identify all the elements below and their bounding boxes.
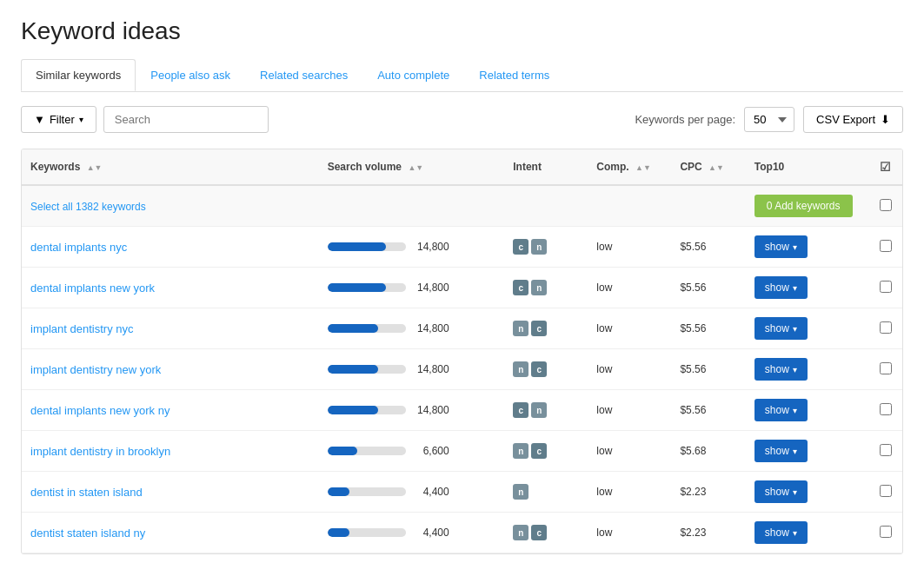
volume-value: 14,800 — [415, 404, 449, 416]
volume-bar-fill — [328, 447, 357, 455]
volume-value: 4,400 — [415, 486, 449, 498]
row-checkbox[interactable] — [880, 485, 892, 497]
volume-bar-wrap — [328, 324, 406, 333]
intent-badge-n: n — [513, 361, 528, 377]
show-label: show — [765, 486, 789, 498]
tab-related-terms[interactable]: Related terms — [464, 59, 564, 91]
intent-badge-n: n — [531, 280, 547, 295]
toolbar-right: Keywords per page: 50 10 25 100 CSV Expo… — [635, 106, 903, 133]
table-row: dental implants new york ny14,800cnlow$5… — [22, 390, 902, 431]
show-button[interactable]: show ▾ — [754, 235, 808, 258]
volume-bar-wrap — [328, 283, 406, 292]
intent-cell: nc — [504, 431, 588, 472]
keyword-link[interactable]: implant dentistry nyc — [30, 322, 134, 335]
intent-badge-c: c — [513, 239, 528, 255]
col-header-comp[interactable]: Comp. ▲▼ — [588, 149, 671, 185]
show-button[interactable]: show ▾ — [754, 317, 808, 340]
show-label: show — [765, 404, 789, 416]
keyword-link[interactable]: dental implants new york — [30, 282, 155, 295]
volume-bar-wrap — [328, 447, 406, 455]
row-checkbox[interactable] — [880, 240, 892, 252]
keywords-per-page-label: Keywords per page: — [635, 113, 735, 126]
col-header-cpc[interactable]: CPC ▲▼ — [671, 149, 745, 185]
col-header-search-volume[interactable]: Search volume ▲▼ — [319, 149, 505, 185]
show-button[interactable]: show ▾ — [754, 399, 808, 421]
show-button[interactable]: show ▾ — [754, 521, 808, 544]
tab-auto-complete[interactable]: Auto complete — [362, 59, 464, 91]
chevron-down-icon: ▾ — [793, 447, 797, 456]
keyword-link[interactable]: dental implants new york ny — [30, 404, 170, 417]
sort-arrows-volume: ▲▼ — [408, 165, 423, 170]
show-button[interactable]: show ▾ — [754, 276, 808, 299]
show-label: show — [765, 445, 789, 457]
volume-bar-wrap — [328, 365, 406, 374]
table-row: dentist in staten island4,400nlow$2.23sh… — [22, 472, 902, 513]
intent-badge-n: n — [513, 525, 528, 540]
show-label: show — [765, 527, 789, 539]
volume-value: 6,600 — [415, 445, 449, 457]
row-checkbox[interactable] — [880, 362, 892, 374]
comp-value: low — [588, 227, 671, 268]
chevron-down-icon: ▾ — [793, 324, 797, 334]
chevron-down-icon: ▾ — [793, 283, 797, 293]
intent-badge-c: c — [531, 321, 547, 336]
row-checkbox[interactable] — [880, 281, 892, 293]
col-header-top10: Top10 — [746, 149, 869, 185]
volume-bar-cell: 14,800 — [328, 322, 496, 334]
filter-icon: ▼ — [34, 113, 45, 126]
intent-badge-n: n — [513, 321, 528, 336]
table-header-row: Keywords ▲▼ Search volume ▲▼ Intent Comp… — [22, 149, 902, 185]
keywords-table-wrap: Keywords ▲▼ Search volume ▲▼ Intent Comp… — [21, 149, 903, 554]
comp-value: low — [588, 390, 671, 431]
col-header-keywords[interactable]: Keywords ▲▼ — [22, 149, 319, 185]
page-title: Keyword ideas — [21, 17, 903, 45]
intent-badge-c: c — [513, 402, 528, 418]
csv-export-label: CSV Export — [816, 113, 875, 126]
chevron-down-icon: ▾ — [793, 406, 797, 415]
keyword-link[interactable]: dentist in staten island — [30, 486, 143, 499]
tab-related-searches[interactable]: Related searches — [245, 59, 362, 91]
keywords-table: Keywords ▲▼ Search volume ▲▼ Intent Comp… — [22, 149, 902, 553]
select-all-icon: ☑ — [880, 160, 891, 174]
keyword-link[interactable]: dental implants nyc — [30, 241, 127, 254]
row-checkbox[interactable] — [880, 321, 892, 334]
tab-people-also-ask[interactable]: People also ask — [136, 59, 245, 91]
show-button[interactable]: show ▾ — [754, 480, 808, 503]
comp-value: low — [588, 268, 671, 308]
show-button[interactable]: show ▾ — [754, 440, 808, 462]
col-header-checkbox[interactable]: ☑ — [869, 149, 902, 185]
add-keywords-button[interactable]: 0 Add keywords — [754, 195, 853, 217]
csv-export-button[interactable]: CSV Export ⬇ — [803, 106, 903, 133]
intent-cell: cn — [504, 227, 588, 268]
table-row: implant dentistry nyc14,800nclow$5.56sho… — [22, 308, 902, 349]
row-checkbox[interactable] — [880, 403, 892, 415]
search-input[interactable] — [103, 106, 269, 133]
volume-bar-fill — [328, 365, 379, 374]
filter-chevron-icon: ▾ — [79, 115, 83, 124]
keyword-link[interactable]: dentist staten island ny — [30, 527, 145, 540]
chevron-down-icon: ▾ — [793, 528, 797, 538]
volume-bar-cell: 6,600 — [328, 445, 496, 457]
cpc-value: $5.56 — [671, 268, 745, 308]
keyword-link[interactable]: implant dentistry new york — [30, 363, 161, 376]
keyword-link[interactable]: implant dentistry in brooklyn — [30, 445, 170, 458]
tab-similar-keywords[interactable]: Similar keywords — [21, 59, 136, 91]
show-button[interactable]: show ▾ — [754, 358, 808, 381]
table-row: dental implants nyc14,800cnlow$5.56show … — [22, 227, 902, 268]
filter-label: Filter — [50, 113, 75, 126]
volume-bar-fill — [328, 528, 349, 537]
volume-bar-cell: 14,800 — [328, 404, 496, 416]
volume-bar-cell: 14,800 — [328, 282, 496, 294]
cpc-value: $2.23 — [671, 472, 745, 513]
select-all-checkbox[interactable] — [880, 199, 892, 211]
intent-cell: nc — [504, 308, 588, 349]
cpc-value: $5.56 — [671, 390, 745, 431]
row-checkbox[interactable] — [880, 444, 892, 456]
keywords-per-page-select[interactable]: 50 10 25 100 — [744, 107, 794, 132]
filter-button[interactable]: ▼ Filter ▾ — [21, 106, 96, 133]
cpc-value: $5.68 — [671, 431, 745, 472]
volume-bar-fill — [328, 406, 379, 414]
select-all-link[interactable]: Select all 1382 keywords — [30, 201, 146, 213]
download-icon: ⬇ — [881, 113, 890, 126]
row-checkbox[interactable] — [880, 526, 892, 538]
